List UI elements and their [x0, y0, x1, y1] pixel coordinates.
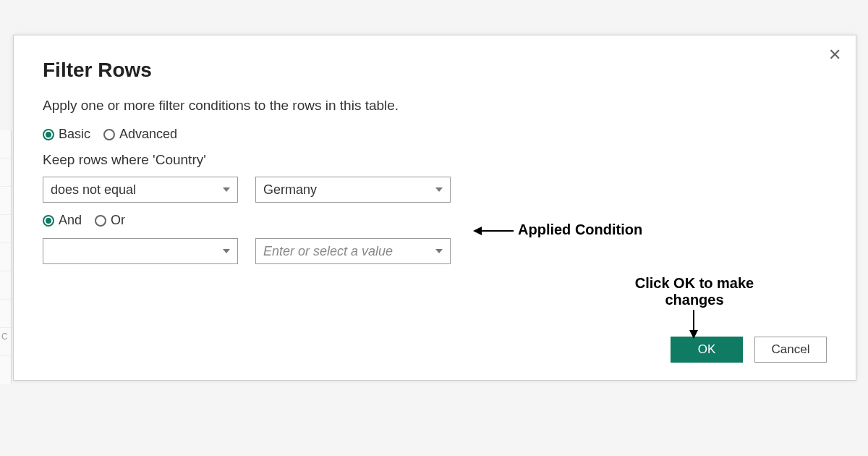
radio-icon	[43, 129, 54, 140]
ok-button[interactable]: OK	[671, 337, 743, 363]
dialog-title: Filter Rows	[43, 59, 827, 82]
value-dropdown-1[interactable]: Germany	[255, 177, 451, 203]
logic-and-radio[interactable]: And	[43, 213, 82, 228]
logic-and-label: And	[59, 213, 82, 228]
dialog-footer: OK Cancel	[671, 337, 827, 363]
annotation-arrow-applied-condition	[475, 230, 514, 232]
value-dropdown-2[interactable]: Enter or select a value	[255, 238, 451, 264]
chevron-down-icon	[223, 187, 230, 192]
cancel-button[interactable]: Cancel	[754, 337, 827, 363]
value-text-1: Germany	[263, 182, 317, 198]
row-header-c: C	[1, 332, 8, 342]
logic-or-radio[interactable]: Or	[95, 213, 125, 228]
condition-row-2: Enter or select a value	[43, 238, 827, 264]
chevron-down-icon	[223, 249, 230, 253]
radio-icon	[95, 215, 106, 227]
radio-icon	[43, 215, 54, 227]
value-placeholder-2: Enter or select a value	[263, 244, 393, 259]
logic-radio-group: And Or	[43, 213, 827, 228]
chevron-down-icon	[435, 187, 443, 192]
mode-advanced-label: Advanced	[119, 127, 177, 142]
keep-rows-label: Keep rows where 'Country'	[43, 152, 827, 168]
mode-advanced-radio[interactable]: Advanced	[103, 127, 177, 142]
annotation-arrow-click-ok	[693, 310, 694, 337]
chevron-down-icon	[435, 249, 443, 253]
filter-rows-dialog: ✕ Filter Rows Apply one or more filter c…	[13, 35, 856, 381]
condition-row-1: does not equal Germany	[43, 177, 827, 203]
operator-dropdown-1[interactable]: does not equal	[43, 177, 238, 203]
operator-dropdown-2[interactable]	[43, 238, 238, 264]
logic-or-label: Or	[111, 213, 125, 228]
operator-value-1: does not equal	[51, 182, 136, 198]
close-icon[interactable]: ✕	[828, 47, 841, 63]
radio-icon	[103, 129, 115, 140]
mode-basic-label: Basic	[59, 127, 90, 142]
spreadsheet-gridline-edge	[0, 130, 12, 384]
mode-basic-radio[interactable]: Basic	[43, 127, 90, 142]
mode-radio-group: Basic Advanced	[43, 127, 827, 142]
dialog-description: Apply one or more filter conditions to t…	[43, 98, 827, 114]
